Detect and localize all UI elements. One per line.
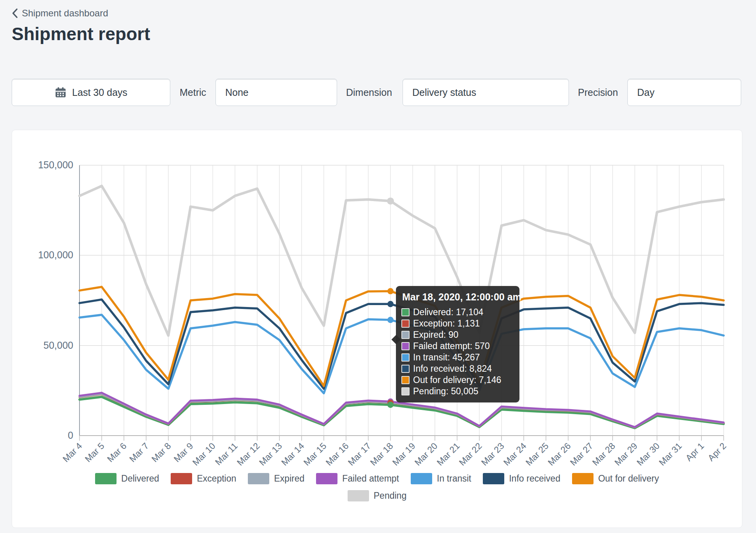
x-axis-tick-label: Mar 20 — [413, 441, 440, 468]
x-axis-tick-label: Mar 22 — [457, 441, 484, 468]
tooltip-row: Exception: 1,131 — [401, 318, 514, 329]
x-axis-tick-label: Mar 16 — [324, 441, 351, 468]
metric-select-value: None — [225, 87, 249, 98]
chart-card: 050,000100,000150,000Mar 4Mar 5Mar 6Mar … — [12, 130, 742, 528]
precision-select[interactable]: Day — [627, 79, 741, 106]
x-axis-tick-label: Mar 30 — [635, 441, 662, 468]
hover-point-delivered — [387, 402, 394, 408]
x-axis-tick-label: Mar 13 — [257, 441, 284, 468]
legend-swatch — [316, 473, 337, 484]
line-chart-plot-area[interactable]: 050,000100,000150,000Mar 4Mar 5Mar 6Mar … — [12, 130, 743, 528]
hover-point-info-received — [387, 301, 394, 307]
tooltip-swatch — [401, 308, 410, 316]
tooltip-value: Delivered: 17,104 — [413, 307, 483, 318]
x-axis-tick-label: Mar 5 — [83, 441, 106, 464]
tooltip-row: Failed attempt: 570 — [401, 341, 514, 352]
x-axis-tick-label: Mar 29 — [613, 441, 639, 468]
x-axis-tick-label: Mar 28 — [590, 441, 617, 468]
date-range-button[interactable]: Last 30 days — [12, 79, 170, 106]
legend-swatch — [171, 473, 192, 484]
tooltip-row: Out for delivery: 7,146 — [401, 374, 514, 386]
tooltip-value: Out for delivery: 7,146 — [413, 375, 501, 385]
metric-label: Metric — [180, 79, 206, 106]
x-axis-tick-label: Mar 10 — [191, 441, 217, 468]
dimension-label: Dimension — [346, 79, 392, 106]
legend-label: Pending — [374, 491, 406, 501]
x-axis-tick-label: Mar 8 — [150, 441, 173, 464]
chart-tooltip: Mar 18, 2020, 12:00:00 am Delivered: 17,… — [396, 286, 519, 402]
legend-label: Failed attempt — [342, 473, 399, 484]
tooltip-swatch — [401, 319, 410, 328]
legend-swatch — [483, 473, 504, 484]
tooltip-value: Info received: 8,824 — [413, 364, 492, 374]
legend-row: DeliveredExceptionExpiredFailed attemptI… — [92, 473, 662, 484]
legend-swatch — [411, 473, 432, 484]
x-axis-tick-label: Apr 2 — [706, 441, 728, 463]
tooltip-row: Delivered: 17,104 — [401, 307, 514, 318]
x-axis-tick-label: Mar 4 — [61, 441, 84, 464]
chevron-left-icon — [12, 8, 18, 18]
tooltip-swatch — [401, 387, 410, 395]
tooltip-row: Info received: 8,824 — [401, 363, 514, 374]
dimension-select-value: Delivery status — [412, 87, 476, 98]
legend-label: Exception — [197, 473, 236, 484]
legend-item-exception[interactable]: Exception — [171, 473, 236, 484]
dimension-select[interactable]: Delivery status — [403, 79, 569, 106]
hover-point-out-for-delivery — [387, 288, 394, 294]
tooltip-swatch — [401, 342, 410, 350]
tooltip-value: Failed attempt: 570 — [413, 341, 490, 351]
x-axis-tick-label: Apr 1 — [684, 441, 706, 463]
tooltip-value: Pending: 50,005 — [413, 386, 479, 397]
hover-point-pending — [387, 198, 394, 205]
metric-select[interactable]: None — [215, 79, 337, 106]
legend-item-delivered[interactable]: Delivered — [95, 473, 159, 484]
legend-label: Out for delivery — [598, 473, 659, 484]
y-axis-tick-label: 50,000 — [44, 340, 73, 351]
calendar-icon — [55, 86, 67, 99]
y-axis-tick-label: 100,000 — [38, 249, 73, 260]
legend-item-info-received[interactable]: Info received — [483, 473, 560, 484]
tooltip-value: In transit: 45,267 — [413, 352, 480, 363]
x-axis-tick-label: Mar 11 — [213, 441, 240, 467]
tooltip-swatch — [401, 365, 410, 373]
tooltip-swatch — [401, 331, 410, 339]
y-axis-tick-label: 150,000 — [38, 159, 73, 170]
tooltip-row: Pending: 50,005 — [401, 386, 514, 397]
x-axis-tick-label: Mar 19 — [390, 441, 417, 468]
x-axis-tick-label: Mar 7 — [127, 441, 151, 464]
legend-item-pending[interactable]: Pending — [348, 490, 406, 501]
legend-swatch — [248, 473, 269, 484]
page-title: Shipment report — [12, 23, 150, 44]
date-range-label: Last 30 days — [72, 87, 127, 98]
legend-item-expired[interactable]: Expired — [248, 473, 304, 484]
tooltip-row: Expired: 90 — [401, 329, 514, 341]
legend-swatch — [95, 473, 117, 484]
legend-swatch — [348, 490, 369, 501]
legend-row: Pending — [344, 490, 410, 501]
x-axis-tick-label: Mar 18 — [368, 441, 395, 468]
hover-point-in-transit — [387, 317, 394, 323]
legend-label: Expired — [274, 473, 304, 484]
legend-label: Info received — [509, 473, 560, 484]
x-axis-tick-label: Mar 12 — [235, 441, 262, 468]
tooltip-title: Mar 18, 2020, 12:00:00 am — [402, 291, 514, 303]
x-axis-tick-label: Mar 6 — [105, 441, 129, 464]
legend-item-failed-attempt[interactable]: Failed attempt — [316, 473, 399, 484]
legend-swatch — [572, 473, 593, 484]
tooltip-row: In transit: 45,267 — [401, 352, 514, 363]
x-axis-tick-label: Mar 26 — [546, 441, 573, 468]
x-axis-tick-label: Mar 15 — [302, 441, 329, 468]
legend-item-out-for-delivery[interactable]: Out for delivery — [572, 473, 659, 484]
x-axis-tick-label: Mar 17 — [346, 441, 373, 468]
legend-item-in-transit[interactable]: In transit — [411, 473, 471, 484]
chart-legend: DeliveredExceptionExpiredFailed attemptI… — [12, 473, 742, 501]
tooltip-swatch — [401, 353, 410, 362]
back-link[interactable]: Shipment dashboard — [12, 8, 108, 19]
x-axis-tick-label: Mar 27 — [568, 441, 595, 468]
y-axis-tick-label: 0 — [68, 430, 73, 441]
x-axis-tick-label: Mar 23 — [479, 441, 506, 468]
x-axis-tick-label: Mar 21 — [435, 441, 462, 468]
precision-select-value: Day — [637, 87, 654, 98]
x-axis-tick-label: Mar 25 — [524, 441, 551, 468]
x-axis-tick-label: Mar 24 — [502, 441, 528, 468]
